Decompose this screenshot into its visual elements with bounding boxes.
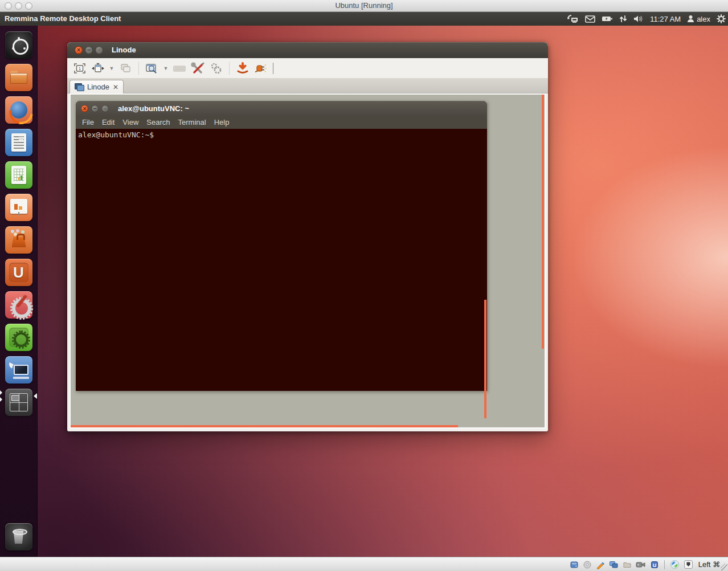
menu-help[interactable]: Help [210,116,234,129]
launcher-item-libreoffice-calc[interactable] [5,161,32,189]
statusbar-separator [664,560,665,569]
menu-edit[interactable]: Edit [98,116,118,129]
launcher-item-software-updater[interactable] [5,324,32,351]
session-gear-icon[interactable] [717,14,726,23]
disconnect-button[interactable] [253,61,268,76]
launcher-item-ubuntu-one[interactable] [5,259,32,286]
clock-indicator[interactable]: 11:27 AM [650,15,681,23]
window-minimize-button[interactable] [85,46,93,54]
remmina-titlebar[interactable]: Linode [67,42,548,58]
terminal-window-title: alex@ubuntuVNC: ~ [118,101,189,116]
remmina-toolbar: 1 ▼ [67,58,548,78]
zoom-options-button[interactable] [145,61,159,76]
terminal-scrollbar[interactable] [484,300,486,418]
battery-indicator-icon[interactable] [602,15,613,22]
svg-text:U: U [652,562,656,568]
launcher-item-ubuntu-software-center[interactable] [5,226,32,254]
connection-icon [75,83,84,91]
volume-indicator-icon[interactable] [633,15,644,23]
terminal-prompt: alex@ubuntuVNC:~$ [78,130,154,139]
optical-drives-icon[interactable] [583,560,592,569]
remmina-tabbar: Linode ✕ [67,78,548,93]
terminal-close-button[interactable] [81,105,88,112]
connection-tab-linode[interactable]: Linode ✕ [69,80,124,93]
viewport-horizontal-scrollbar[interactable] [71,425,458,427]
vnc-viewport[interactable]: alex@ubuntuVNC: ~ File Edit View Search … [69,93,546,429]
ubuntu-top-panel: Remmina Remote Desktop Client [0,12,728,26]
vbox-statusbar: U Left ⌘ [0,557,728,571]
scaled-mode-dropdown[interactable]: ▼ [109,61,114,76]
duplicate-connection-button[interactable] [118,61,133,76]
running-indicator-pip [0,390,2,395]
toggle-fullscreen-button[interactable]: 1 [72,61,87,76]
ubuntu-desktop: Remmina Remote Desktop Client [0,12,728,557]
host-key-label: Left ⌘ [697,560,720,569]
network-indicator-icon[interactable] [619,15,627,23]
mouse-integration-icon[interactable] [670,560,680,569]
mail-indicator-icon[interactable] [585,15,595,23]
launcher-item-remmina[interactable] [5,356,32,384]
hard-disks-icon[interactable] [570,560,579,569]
unity-launcher [0,26,38,557]
remmina-window-title: Linode [112,42,136,58]
resize-grip[interactable] [721,564,727,570]
indicator-tray: 11:27 AM alex [566,12,726,26]
shared-folders-icon[interactable] [623,560,632,569]
terminal-minimize-button[interactable] [91,105,99,112]
zoom-dropdown[interactable]: ▼ [163,61,169,76]
terminal-titlebar[interactable]: alex@ubuntuVNC: ~ [76,101,487,116]
keyboard-icon [13,377,29,379]
video-capture-icon[interactable] [636,561,646,569]
vbox-status-icons: U Left ⌘ [570,557,720,571]
virtualbox-vm-screen: Ubuntu [Running] Remmina Remote Desktop … [0,0,728,571]
tab-label: Linode [87,83,109,91]
running-indicator-pip [0,397,2,402]
display-icon[interactable] [609,560,619,569]
terminal-maximize-button[interactable] [101,105,109,112]
toolbar-caret [273,63,273,74]
viewport-vertical-scrollbar[interactable] [542,95,544,349]
launcher-item-workspace-switcher[interactable] [5,389,32,416]
terminal-menubar: File Edit View Search Terminal Help [76,116,487,129]
user-icon [687,15,694,23]
launcher-item-firefox[interactable] [5,96,32,124]
keyboard-grab-button[interactable] [172,61,187,76]
toolbar-separator [229,62,230,75]
launcher-item-system-settings[interactable] [5,291,32,319]
menu-terminal[interactable]: Terminal [174,116,210,129]
svg-text:1: 1 [79,66,81,71]
menu-file[interactable]: File [78,116,98,129]
focused-app-arrow [34,393,37,399]
launcher-item-trash[interactable] [5,523,32,550]
launcher-item-dash-home[interactable] [5,31,32,59]
screenshot-button[interactable] [235,61,250,76]
window-close-button[interactable] [75,46,83,54]
toolbar-separator [138,62,139,75]
monitor-icon [14,365,28,375]
keyboard-capture-icon[interactable] [684,560,693,569]
tools-button[interactable] [190,61,205,76]
remmina-window: Linode 1 [67,42,548,431]
terminal-body[interactable]: alex@ubuntuVNC:~$ [76,129,487,391]
user-menu[interactable]: alex [687,15,710,23]
menu-search[interactable]: Search [142,116,174,129]
host-titlebar[interactable]: Ubuntu [Running] [0,0,728,12]
tab-close-icon[interactable]: ✕ [113,84,118,91]
menu-view[interactable]: View [118,116,142,129]
host-window-title: Ubuntu [Running] [0,0,728,12]
remmina-indicator-icon[interactable] [566,14,579,23]
preferences-button[interactable] [208,61,223,76]
active-app-title: Remmina Remote Desktop Client [5,12,121,26]
launcher-item-libreoffice-impress[interactable] [5,194,32,221]
launcher-item-home-folder[interactable] [5,64,32,91]
username-label: alex [697,15,710,23]
launcher-item-libreoffice-writer[interactable] [5,129,32,156]
remote-terminal-window: alex@ubuntuVNC: ~ File Edit View Search … [76,101,487,391]
scaled-mode-button[interactable] [91,61,105,76]
window-maximize-button[interactable] [95,46,103,54]
shared-clipboard-icon[interactable] [596,560,605,569]
clock-label: 11:27 AM [650,15,681,23]
usb-devices-icon[interactable]: U [650,560,659,569]
